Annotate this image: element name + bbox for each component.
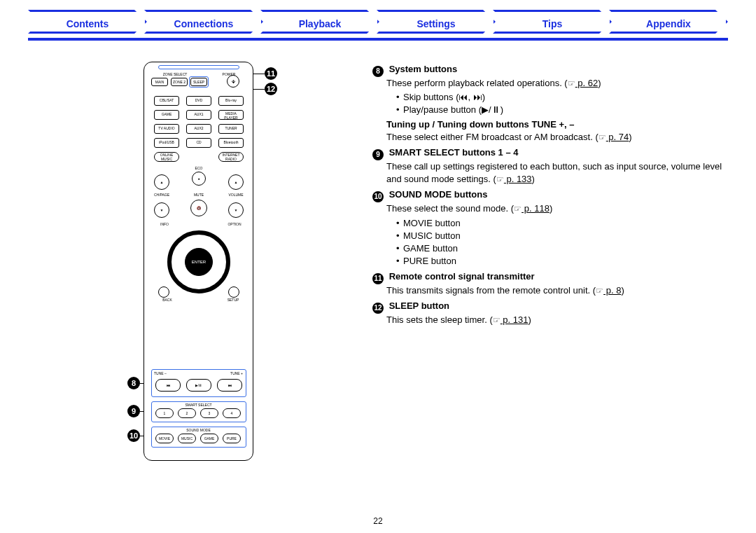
btn-setup[interactable] xyxy=(228,286,239,298)
bullet-music: MUSIC button xyxy=(396,230,729,242)
btn-chpage-up[interactable]: ▲ xyxy=(154,174,169,190)
btn-sm-movie[interactable]: MOVIE xyxy=(155,434,174,443)
src-mediaplayer[interactable]: MEDIA PLAYER xyxy=(218,110,244,120)
btn-skip-prev[interactable]: ⏮ xyxy=(155,379,181,392)
sleep-title: SLEEP button xyxy=(389,300,449,311)
btn-vol-dn[interactable]: ▼ xyxy=(228,202,244,218)
chpage-label: CH/PAGE xyxy=(151,193,172,197)
callout-10: 10 xyxy=(127,429,140,442)
btn-zone2[interactable]: ZONE 2 xyxy=(171,78,188,86)
src-tvaudio[interactable]: TV AUDIO xyxy=(154,124,179,134)
src-dvd[interactable]: DVD xyxy=(186,96,211,106)
tab-settings[interactable]: Settings xyxy=(377,10,496,34)
smart-title: SMART SELECT buttons 1 – 4 xyxy=(389,147,519,158)
tab-appendix[interactable]: Appendix xyxy=(609,10,728,34)
src-online[interactable]: ONLINE MUSIC xyxy=(154,152,179,162)
tab-playback[interactable]: Playback xyxy=(260,10,379,34)
src-ipodusb[interactable]: iPod/USB xyxy=(154,138,179,148)
info-label: INFO xyxy=(154,222,175,226)
smart-text: These call up settings registered to eac… xyxy=(386,161,722,184)
src-radio[interactable]: INTERNET RADIO xyxy=(218,152,244,162)
hand-icon: ☞ xyxy=(598,132,606,142)
hl-transmitter xyxy=(158,65,239,69)
callout-9: 9 xyxy=(127,405,140,417)
src-game[interactable]: GAME xyxy=(154,110,179,120)
hand-icon: ☞ xyxy=(568,78,575,88)
page-number: 22 xyxy=(0,516,756,526)
ref-p62[interactable]: p. 62 xyxy=(575,78,598,88)
tune-plus-label: TUNE + xyxy=(230,371,243,375)
sys-title: System buttons xyxy=(389,64,458,74)
bullet-play: Play/pause button (▶/⏸) xyxy=(396,104,729,116)
bullet-movie: MOVIE button xyxy=(396,217,729,230)
tab-connections[interactable]: Connections xyxy=(144,10,263,34)
soundmode-label: SOUND MODE xyxy=(144,428,253,432)
btn-ss1[interactable]: 1 xyxy=(155,408,174,418)
tune-title: Tuning up / Tuning down buttons TUNE +, … xyxy=(372,118,729,131)
src-aux1[interactable]: AUX1 xyxy=(186,110,211,120)
btn-sm-pure[interactable]: PURE xyxy=(223,434,241,443)
btn-sleep[interactable]: SLEEP xyxy=(190,78,207,86)
btn-power[interactable]: ⏻ xyxy=(227,75,239,88)
bullet-pure: PURE button xyxy=(396,255,729,268)
sleep-text: This sets the sleep timer. ( xyxy=(386,314,493,325)
src-bt[interactable]: Bluetooth xyxy=(218,138,244,148)
num10-icon: 10 xyxy=(372,191,384,202)
btn-playpause[interactable]: ▶/⏸ xyxy=(186,379,211,392)
callout-11: 11 xyxy=(265,67,277,80)
btn-eco[interactable]: ● xyxy=(192,172,206,186)
ref-p74[interactable]: p. 74 xyxy=(606,132,629,142)
btn-vol-up[interactable]: ▲ xyxy=(228,174,244,190)
btn-ss4[interactable]: 4 xyxy=(223,408,241,418)
sm-text: These select the sound mode. ( xyxy=(386,203,514,214)
btn-chpage-dn[interactable]: ▼ xyxy=(154,202,169,218)
callout-8: 8 xyxy=(127,377,140,389)
btn-mute[interactable]: 🔇 xyxy=(190,200,207,216)
bullet-game: GAME button xyxy=(396,242,729,255)
hand-icon: ☞ xyxy=(514,204,522,214)
btn-sm-music[interactable]: MUSIC xyxy=(178,434,196,443)
btn-enter[interactable]: ENTER xyxy=(185,248,213,276)
eco-label: ECO xyxy=(192,166,206,170)
num11-icon: 11 xyxy=(372,273,384,284)
tab-contents[interactable]: Contents xyxy=(28,10,147,34)
back-label: BACK xyxy=(157,298,178,302)
tx-title: Remote control signal transmitter xyxy=(389,271,535,282)
tab-tips[interactable]: Tips xyxy=(493,10,612,34)
option-label: OPTION xyxy=(224,222,245,226)
tune-text: These select either FM broadcast or AM b… xyxy=(386,132,598,142)
hand-icon: ☞ xyxy=(493,315,500,325)
ref-p118[interactable]: p. 118 xyxy=(522,203,550,214)
ref-p8[interactable]: p. 8 xyxy=(603,285,621,296)
btn-back[interactable] xyxy=(158,286,169,298)
btn-ss3[interactable]: 3 xyxy=(200,408,218,418)
btn-skip-next[interactable]: ⏭ xyxy=(217,379,242,392)
ref-p133[interactable]: p. 133 xyxy=(504,174,532,184)
src-cblsat[interactable]: CBL/SAT xyxy=(154,96,179,106)
btn-sm-game[interactable]: GAME xyxy=(200,434,218,443)
tune-minus-label: TUNE – xyxy=(154,371,167,375)
sm-title: SOUND MODE buttons xyxy=(389,189,488,200)
nav-tabs: Contents Connections Playback Settings T… xyxy=(28,10,728,41)
src-bluray[interactable]: Blu-ray xyxy=(218,96,244,106)
src-cd[interactable]: CD xyxy=(186,138,211,148)
num9-icon: 9 xyxy=(372,149,384,160)
btn-main[interactable]: MAIN xyxy=(151,78,168,86)
callout-12: 12 xyxy=(265,83,277,95)
zone-select-label: ZONE SELECT xyxy=(154,72,196,76)
num12-icon: 12 xyxy=(372,303,384,314)
description-column: 8 System buttons These perform playback … xyxy=(372,63,729,327)
setup-label: SETUP xyxy=(223,298,244,302)
sys-text: These perform playback related operation… xyxy=(386,78,568,88)
volume-label: VOLUME xyxy=(225,193,246,197)
tx-text: This transmits signals from the remote c… xyxy=(386,285,596,296)
btn-ss2[interactable]: 2 xyxy=(178,408,196,418)
hand-icon: ☞ xyxy=(596,286,603,296)
ref-p131[interactable]: p. 131 xyxy=(500,314,528,325)
mute-label: MUTE xyxy=(186,193,211,197)
bullet-skip: Skip buttons (⏮, ⏭) xyxy=(396,91,729,104)
hand-icon: ☞ xyxy=(496,174,504,184)
src-aux2[interactable]: AUX2 xyxy=(186,124,211,134)
num8-icon: 8 xyxy=(372,66,384,77)
src-tuner[interactable]: TUNER xyxy=(218,124,244,134)
